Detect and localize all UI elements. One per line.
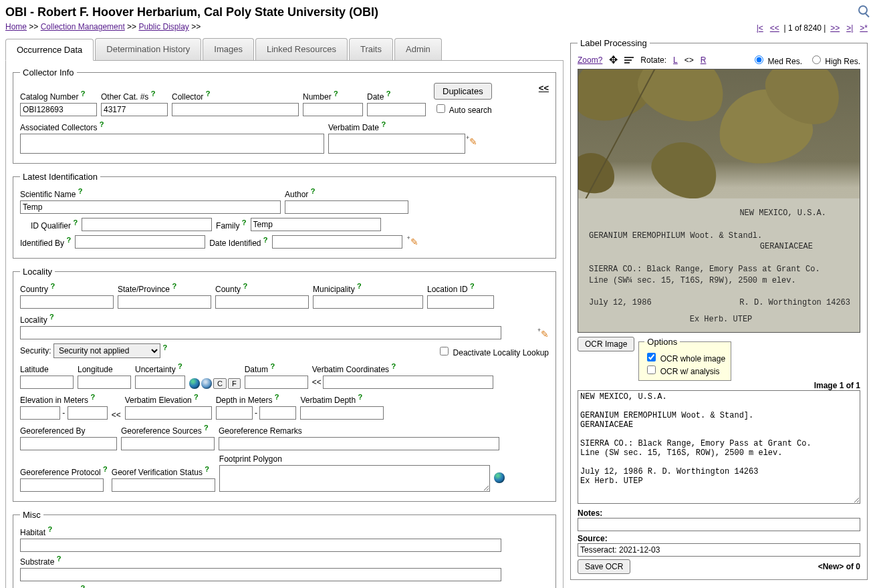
nav-prev[interactable]: << (770, 23, 779, 33)
rotate-left-link[interactable]: L (673, 55, 678, 65)
security-select[interactable]: Security not applied (53, 343, 160, 358)
duplicates-button[interactable]: Duplicates (434, 83, 492, 100)
collapse-collector-button[interactable]: << (539, 83, 549, 93)
help-icon[interactable]: ? (103, 465, 108, 473)
help-icon[interactable]: ? (162, 343, 167, 351)
elev-arrow-button[interactable]: << (112, 410, 121, 420)
globe-icon[interactable] (189, 378, 200, 389)
latitude-input[interactable] (20, 376, 74, 389)
help-icon[interactable]: ? (90, 393, 95, 401)
move-icon[interactable]: ✥ (609, 53, 618, 66)
c-button[interactable]: C (213, 378, 227, 389)
help-icon[interactable]: ? (391, 362, 396, 370)
substrate-input[interactable] (20, 568, 501, 581)
georef-verification-input[interactable] (112, 478, 215, 492)
help-icon[interactable]: ? (242, 218, 247, 227)
edit-icon[interactable]: ✎ (410, 237, 418, 247)
help-icon[interactable]: ? (151, 90, 156, 98)
ocr-whole-checkbox[interactable] (647, 353, 656, 361)
locality-input[interactable] (20, 326, 501, 339)
longitude-input[interactable] (78, 376, 131, 389)
help-icon[interactable]: ? (100, 120, 104, 128)
state-input[interactable] (118, 295, 211, 309)
tab-occurrence-data[interactable]: Occurrence Data (5, 39, 94, 61)
help-icon[interactable]: ? (172, 282, 176, 290)
identified-by-input[interactable] (75, 235, 205, 249)
bars-icon[interactable] (624, 57, 634, 63)
help-icon[interactable]: ? (270, 362, 275, 370)
id-qualifier-input[interactable] (82, 218, 212, 231)
collector-input[interactable] (172, 103, 299, 116)
depth-min-input[interactable] (216, 406, 253, 420)
help-icon[interactable]: ? (205, 465, 209, 473)
breadcrumb-collection-management[interactable]: Collection Management (41, 22, 125, 31)
high-res-radio[interactable] (812, 55, 821, 64)
help-icon[interactable]: ? (81, 90, 86, 98)
georef-by-input[interactable] (20, 437, 117, 450)
f-button[interactable]: F (228, 378, 241, 389)
help-icon[interactable]: ? (275, 393, 279, 401)
help-icon[interactable]: ? (50, 282, 55, 290)
search-icon[interactable] (858, 5, 868, 15)
save-ocr-button[interactable]: Save OCR (578, 559, 630, 574)
help-icon[interactable]: ? (381, 120, 386, 128)
help-icon[interactable]: ? (311, 187, 316, 195)
edit-icon[interactable]: ✎ (541, 329, 549, 339)
help-icon[interactable]: ? (78, 187, 83, 195)
rotate-right-link[interactable]: R (701, 55, 707, 65)
depth-max-input[interactable] (259, 406, 296, 420)
tab-admin[interactable]: Admin (394, 38, 442, 60)
help-icon[interactable]: ? (49, 313, 54, 321)
help-icon[interactable]: ? (194, 393, 199, 401)
ocr-text-area[interactable]: NEW MEXICO, U.S.A. GERANIUM EREMOPHILUM … (578, 390, 860, 504)
country-input[interactable] (20, 295, 114, 309)
nav-new[interactable]: >* (860, 23, 868, 33)
ocr-image-button[interactable]: OCR Image (578, 337, 634, 351)
tab-traits[interactable]: Traits (349, 38, 393, 60)
other-catalog-input[interactable] (101, 103, 168, 116)
help-icon[interactable]: ? (66, 236, 71, 244)
nav-last[interactable]: >| (846, 23, 853, 33)
date-identified-input[interactable] (272, 235, 402, 249)
scientific-name-input[interactable] (20, 200, 281, 214)
help-icon[interactable]: ? (206, 90, 211, 98)
verbatim-depth-input[interactable] (300, 406, 384, 420)
family-input[interactable] (251, 218, 381, 231)
auto-search-checkbox[interactable] (436, 104, 445, 113)
municipality-input[interactable] (313, 295, 423, 309)
number-input[interactable] (303, 103, 363, 116)
date-input[interactable] (367, 103, 426, 116)
tab-linked-resources[interactable]: Linked Resources (255, 38, 348, 60)
location-id-input[interactable] (427, 295, 494, 309)
verbatim-date-input[interactable] (328, 134, 465, 154)
geolocate-icon[interactable] (201, 378, 212, 389)
tab-determination-history[interactable]: Determination History (95, 38, 201, 60)
zoom-link[interactable]: Zoom? (578, 55, 602, 65)
tab-images[interactable]: Images (203, 38, 254, 60)
uncertainty-input[interactable] (135, 376, 185, 389)
georef-remarks-input[interactable] (219, 437, 499, 450)
globe-icon[interactable] (494, 472, 505, 483)
source-input[interactable] (578, 543, 860, 557)
georef-sources-input[interactable] (121, 437, 215, 450)
med-res-radio[interactable] (755, 55, 763, 64)
help-icon[interactable]: ? (358, 393, 362, 401)
georef-protocol-input[interactable] (20, 478, 104, 492)
footprint-polygon-input[interactable] (219, 465, 490, 492)
habitat-input[interactable] (20, 539, 501, 552)
help-icon[interactable]: ? (263, 236, 268, 244)
deactivate-lookup-checkbox[interactable] (440, 347, 449, 355)
help-icon[interactable]: ? (81, 584, 86, 588)
county-input[interactable] (215, 295, 309, 309)
notes-input[interactable] (578, 518, 860, 531)
breadcrumb-public-display[interactable]: Public Display (138, 22, 189, 31)
edit-icon[interactable]: ✎ (469, 136, 477, 147)
help-icon[interactable]: ? (386, 90, 391, 98)
help-icon[interactable]: ? (178, 362, 182, 370)
author-input[interactable] (285, 200, 408, 214)
verbatim-coords-input[interactable] (323, 376, 493, 389)
help-icon[interactable]: ? (57, 555, 61, 563)
verbatim-elev-input[interactable] (125, 406, 212, 420)
specimen-image[interactable]: NEW MEXICO, U.S.A. GERANIUM EREMOPHILUM … (578, 69, 860, 333)
nav-first[interactable]: |< (757, 23, 763, 33)
